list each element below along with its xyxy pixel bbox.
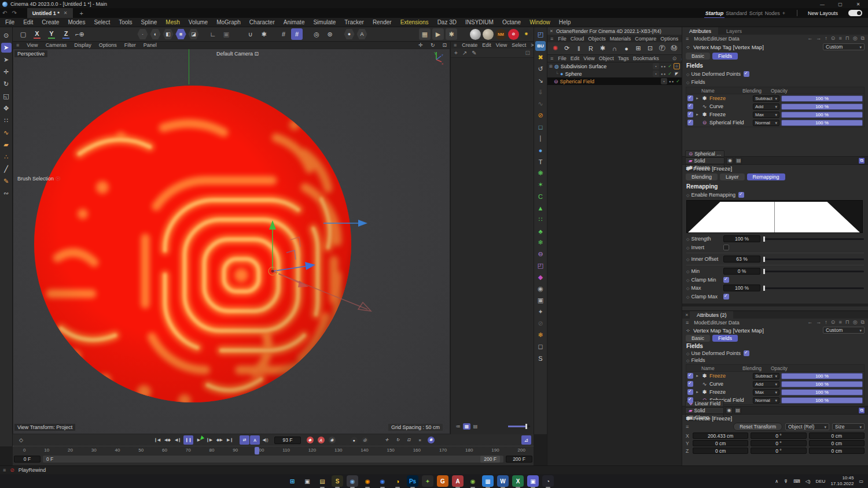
- rotation-field[interactable]: 0 °: [751, 440, 806, 446]
- field-expand-arrow[interactable]: ▸: [695, 96, 700, 101]
- rectangle-spline-icon[interactable]: □: [535, 122, 546, 132]
- viewport-hamburger-icon[interactable]: ≡: [16, 42, 19, 48]
- field-row[interactable]: ▸ ✽ Freeze Subtract 100 %: [686, 94, 864, 102]
- field-blending-dropdown[interactable]: Normal: [753, 397, 779, 404]
- menu-tracker[interactable]: Tracker: [344, 19, 364, 25]
- mid-menu-edit[interactable]: Edit: [482, 42, 491, 48]
- record-pla-button[interactable]: ✱: [426, 435, 436, 445]
- pen-tool-icon[interactable]: ✎: [1, 176, 12, 186]
- forward-icon[interactable]: →: [816, 319, 821, 326]
- reset-transform-button[interactable]: Reset Transform: [733, 423, 782, 431]
- menu-simulate[interactable]: Simulate: [313, 19, 336, 25]
- field-blending-dropdown[interactable]: Max: [753, 389, 779, 395]
- workplane-icon[interactable]: ◰: [535, 29, 546, 39]
- prev-key-button[interactable]: ◀◆: [163, 435, 172, 445]
- om-menu-bookmarks[interactable]: Bookmarks: [633, 56, 659, 61]
- field-name[interactable]: Curve: [709, 103, 751, 109]
- coordinate-system-icon[interactable]: ⌐⊕: [74, 28, 86, 40]
- display-icon[interactable]: ⌨: [793, 479, 800, 484]
- sound-button[interactable]: ◀)): [260, 435, 270, 445]
- tray-expand-icon[interactable]: ∧: [775, 479, 778, 484]
- strength-slider[interactable]: [764, 238, 864, 240]
- om-search-icon[interactable]: ⊙: [672, 56, 677, 61]
- cinema4d-button[interactable]: ◉: [347, 475, 358, 487]
- frame-icon[interactable]: ⊡: [525, 50, 530, 56]
- smooth-tool-icon[interactable]: ∾: [1, 188, 12, 198]
- frame-selected-icon[interactable]: ▢: [17, 28, 29, 40]
- enabled-check[interactable]: ✓: [668, 64, 672, 69]
- menu-volume[interactable]: Volume: [189, 19, 208, 25]
- cluster-icon[interactable]: ∷: [535, 215, 546, 224]
- vp-menu-view[interactable]: View: [27, 42, 38, 48]
- undo-path-icon[interactable]: ↺: [535, 64, 546, 74]
- field-expand-arrow[interactable]: ▸: [695, 112, 700, 117]
- move-tool-icon[interactable]: ✛: [1, 67, 12, 77]
- taskview-button[interactable]: ▣: [301, 475, 313, 487]
- menu-tools[interactable]: Tools: [119, 19, 132, 25]
- preset-dropdown[interactable]: Custom: [823, 43, 865, 50]
- menu-mograph[interactable]: MoGraph: [216, 19, 241, 25]
- field-opacity-bar[interactable]: 100 %: [781, 112, 863, 118]
- scale-tool-icon[interactable]: ◱: [1, 91, 12, 101]
- character-icon[interactable]: ✶: [535, 180, 546, 190]
- oct-menu-options[interactable]: Options: [660, 36, 678, 42]
- tab-remapping[interactable]: Remapping: [747, 173, 785, 180]
- field-blending-dropdown[interactable]: Add: [753, 103, 779, 110]
- obs-button[interactable]: ◔: [542, 475, 554, 487]
- field-row[interactable]: ▸ ✽ Freeze Max 100 %: [686, 388, 864, 396]
- crumb-solid2[interactable]: ▰Solid: [685, 407, 724, 414]
- max-slider[interactable]: [764, 287, 864, 289]
- mid-menu-view[interactable]: View: [496, 42, 507, 48]
- om-menu-object[interactable]: Object: [599, 56, 614, 61]
- field-opacity-bar[interactable]: 100 %: [781, 373, 863, 379]
- start-button[interactable]: ⊞: [286, 475, 298, 487]
- attr2-close-icon[interactable]: ✕: [682, 313, 689, 317]
- keyframe-filter1-button[interactable]: ●: [349, 435, 359, 445]
- field-enabled-checkbox[interactable]: [687, 389, 693, 395]
- new-layouts-toggle[interactable]: [848, 10, 862, 16]
- icon-size-slider[interactable]: [508, 426, 530, 427]
- object-row-sphere[interactable]: └ ● Sphere ▫ ●● ✓ ◤: [547, 70, 682, 77]
- visibility-dots[interactable]: ●●: [661, 65, 666, 68]
- breadcrumb-folder-icon[interactable]: ▤: [734, 407, 741, 414]
- rotation-field[interactable]: 0 °: [751, 432, 806, 439]
- timeline-graph-button[interactable]: ⊿: [521, 435, 531, 445]
- crumb-solid[interactable]: ▰Solid: [685, 157, 724, 164]
- goto-start-button[interactable]: ❙◀: [152, 435, 162, 445]
- minimize-button[interactable]: —: [815, 0, 830, 8]
- notification-icon[interactable]: ▭: [859, 479, 863, 484]
- record-position-button[interactable]: ✛: [382, 435, 392, 445]
- layer-chip[interactable]: ▫: [653, 71, 659, 77]
- back-icon[interactable]: ←: [807, 319, 812, 326]
- tab-fields[interactable]: Fields: [712, 53, 738, 60]
- enabled-check[interactable]: ✓: [676, 79, 680, 84]
- octane-logo-icon[interactable]: ✺: [550, 43, 560, 53]
- filter-icon[interactable]: ≡: [838, 319, 841, 326]
- field-opacity-bar[interactable]: 100 %: [781, 381, 863, 387]
- om-menu-tags[interactable]: Tags: [618, 56, 629, 61]
- octane-add-icon[interactable]: ⊞: [634, 43, 643, 53]
- keyframe-diamond-button[interactable]: ◇: [16, 435, 26, 445]
- tab-add-button[interactable]: +: [80, 10, 83, 17]
- menu-spline[interactable]: Spline: [141, 19, 157, 25]
- octane-material-icon[interactable]: Ⓜ: [669, 43, 679, 53]
- field-enabled-checkbox[interactable]: [687, 120, 693, 125]
- clone-tool-icon[interactable]: ∴: [1, 152, 12, 162]
- microphone-icon[interactable]: 🎙: [784, 479, 788, 484]
- octane-small-icon[interactable]: ⊡: [645, 43, 655, 53]
- timeline-ruler[interactable]: 0102030405060708090100110120130140150160…: [13, 446, 534, 454]
- inner-offset-slider[interactable]: [764, 258, 864, 260]
- tab-attributes-2[interactable]: Attributes (2): [690, 311, 734, 319]
- language-indicator[interactable]: DEU: [816, 479, 826, 484]
- breadcrumb-folder-icon[interactable]: ▤: [735, 157, 742, 164]
- octane-lock-icon[interactable]: ∩: [610, 43, 620, 53]
- record-gap1[interactable]: [338, 435, 348, 445]
- render-view-button[interactable]: ▦: [419, 28, 431, 40]
- forbid-orange-icon[interactable]: ⊘: [535, 110, 546, 120]
- material-ball2-icon[interactable]: [483, 29, 494, 40]
- octane-close-icon[interactable]: ✕: [550, 29, 553, 34]
- vp-menu-panel[interactable]: Panel: [144, 42, 157, 48]
- keyframe-selection-button[interactable]: ◉: [327, 435, 337, 445]
- rotation-field[interactable]: 0 °: [751, 448, 806, 454]
- list-view-icon[interactable]: ≔: [454, 423, 462, 430]
